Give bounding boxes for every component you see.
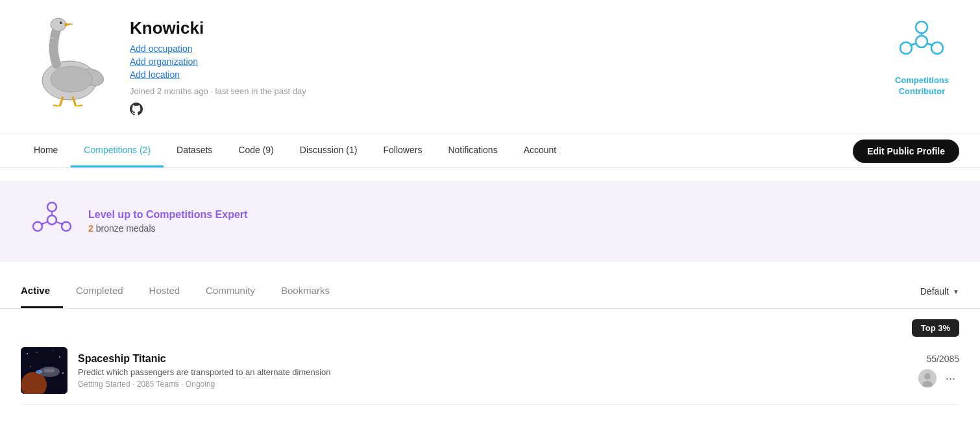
table-row: Spaceship Titanic Predict which passenge…	[21, 337, 959, 405]
profile-name: Knowicki	[130, 18, 959, 38]
competitions-badge-icon	[896, 16, 948, 70]
competition-list: Spaceship Titanic Predict which passenge…	[0, 337, 980, 405]
medal-count: 2	[88, 223, 93, 234]
tab-home[interactable]: Home	[21, 134, 71, 167]
competition-description: Predict which passengers are transported…	[78, 367, 908, 377]
competition-meta: Getting Started · 2085 Teams · Ongoing	[78, 380, 908, 389]
levelup-text: Level up to Competitions Expert 2 bronze…	[88, 209, 247, 234]
svg-point-3	[51, 66, 92, 92]
competition-rank: 55/2085	[926, 354, 959, 364]
svg-point-6	[61, 21, 62, 22]
tab-datasets[interactable]: Datasets	[164, 134, 225, 167]
comp-tab-completed[interactable]: Completed	[63, 274, 136, 308]
svg-point-17	[916, 36, 927, 47]
competitions-badge-section: CompetitionsContributor	[895, 16, 949, 97]
competition-tabs-section: Active Completed Hosted Community Bookma…	[0, 274, 980, 309]
svg-point-34	[62, 372, 64, 374]
svg-point-21	[47, 202, 56, 212]
competition-thumbnail	[21, 347, 67, 394]
levelup-suffix: bronze medals	[96, 223, 156, 234]
tab-discussion[interactable]: Discussion (1)	[287, 134, 371, 167]
top-badge-container: Top 3%	[0, 309, 980, 337]
levelup-title: Level up to Competitions Expert	[88, 209, 247, 221]
svg-point-32	[53, 350, 53, 350]
nav-tabs: Home Competitions (2) Datasets Code (9) …	[21, 134, 853, 167]
competition-rank-section: 55/2085 ···	[918, 354, 959, 387]
svg-point-22	[33, 222, 42, 231]
tab-competitions[interactable]: Competitions (2)	[71, 134, 164, 167]
svg-point-30	[36, 352, 38, 353]
competition-actions: ···	[918, 369, 959, 387]
comp-tab-hosted[interactable]: Hosted	[136, 274, 193, 308]
tab-code[interactable]: Code (9)	[225, 134, 286, 167]
team-avatar	[918, 369, 937, 387]
github-icon[interactable]	[130, 103, 143, 116]
profile-info: Knowicki Add occupation Add organization…	[130, 16, 959, 118]
profile-meta: Joined 2 months ago · last seen in the p…	[130, 86, 959, 96]
levelup-banner: Level up to Competitions Expert 2 bronze…	[0, 181, 980, 262]
svg-point-4	[51, 18, 66, 31]
add-location-link[interactable]: Add location	[130, 69, 959, 80]
chevron-down-icon: ▼	[953, 288, 959, 295]
svg-point-31	[59, 356, 60, 358]
svg-rect-38	[44, 369, 55, 372]
tab-notifications[interactable]: Notifications	[435, 134, 510, 167]
svg-point-23	[62, 222, 71, 231]
add-organization-link[interactable]: Add organization	[130, 56, 959, 67]
svg-point-14	[916, 21, 927, 33]
competition-title[interactable]: Spaceship Titanic	[78, 353, 908, 365]
avatar	[21, 16, 112, 106]
sort-label: Default	[920, 286, 949, 297]
badge-label: CompetitionsContributor	[895, 75, 949, 97]
comp-tab-bookmarks[interactable]: Bookmarks	[268, 274, 343, 308]
competition-tabs: Active Completed Hosted Community Bookma…	[21, 274, 343, 308]
svg-point-41	[924, 373, 931, 380]
svg-point-24	[47, 215, 56, 225]
comp-tab-active[interactable]: Active	[21, 274, 63, 308]
nav-section: Home Competitions (2) Datasets Code (9) …	[0, 134, 980, 168]
tab-followers[interactable]: Followers	[370, 134, 435, 167]
svg-point-33	[30, 366, 31, 367]
add-occupation-link[interactable]: Add occupation	[130, 43, 959, 54]
more-options-button[interactable]: ···	[942, 371, 959, 387]
edit-profile-button[interactable]: Edit Public Profile	[853, 140, 959, 163]
svg-point-15	[900, 42, 912, 54]
profile-section: Knowicki Add occupation Add organization…	[0, 0, 980, 134]
levelup-subtitle: 2 bronze medals	[88, 223, 247, 234]
svg-point-39	[36, 370, 42, 374]
comp-tab-community[interactable]: Community	[193, 274, 268, 308]
tab-account[interactable]: Account	[511, 134, 570, 167]
svg-point-29	[27, 353, 28, 354]
levelup-icon	[31, 199, 73, 243]
top-3-percent-badge: Top 3%	[912, 319, 959, 337]
sort-dropdown[interactable]: Default ▼	[920, 286, 959, 297]
competition-info: Spaceship Titanic Predict which passenge…	[78, 353, 908, 389]
svg-point-16	[931, 42, 943, 54]
